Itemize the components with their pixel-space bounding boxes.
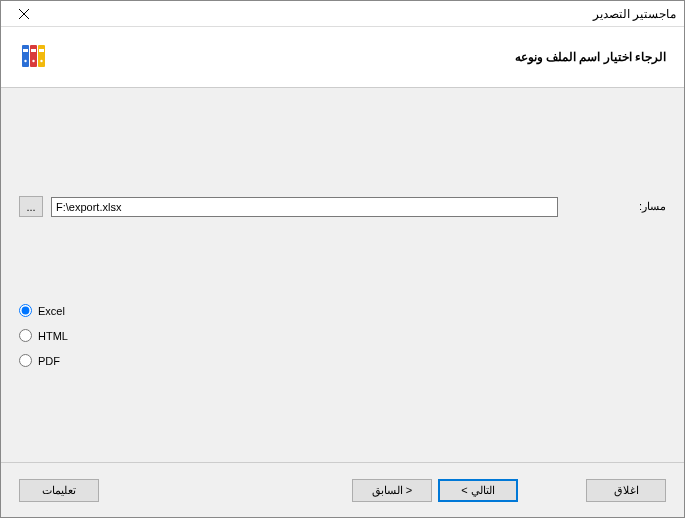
wizard-header: الرجاء اختيار اسم الملف ونوعه	[1, 27, 684, 87]
window-title: ماجستير التصدير	[593, 7, 676, 21]
svg-rect-5	[23, 49, 28, 52]
path-input[interactable]	[51, 197, 558, 217]
browse-button[interactable]: ...	[19, 196, 43, 217]
close-dialog-button[interactable]: اغلاق	[586, 479, 666, 502]
svg-rect-3	[30, 45, 37, 67]
radio-html-label: HTML	[38, 330, 68, 342]
radio-pdf-input[interactable]	[19, 354, 32, 367]
svg-rect-7	[39, 49, 44, 52]
close-button[interactable]	[9, 4, 39, 24]
svg-rect-6	[31, 49, 36, 52]
radio-excel-label: Excel	[38, 305, 65, 317]
binders-icon	[19, 41, 49, 73]
radio-pdf[interactable]: PDF	[19, 354, 68, 367]
wizard-footer: اغلاق التالي > < السابق تعليمات	[1, 463, 684, 517]
radio-excel[interactable]: Excel	[19, 304, 68, 317]
svg-point-10	[40, 60, 42, 62]
wizard-content: مسار: ... Excel HTML PDF	[1, 87, 684, 463]
radio-excel-input[interactable]	[19, 304, 32, 317]
path-label: مسار:	[566, 200, 666, 213]
next-button[interactable]: التالي >	[438, 479, 518, 502]
close-icon	[19, 9, 29, 19]
radio-pdf-label: PDF	[38, 355, 60, 367]
svg-point-9	[32, 60, 34, 62]
svg-rect-2	[22, 45, 29, 67]
radio-html-input[interactable]	[19, 329, 32, 342]
help-button[interactable]: تعليمات	[19, 479, 99, 502]
titlebar: ماجستير التصدير	[1, 1, 684, 27]
svg-point-8	[24, 60, 26, 62]
radio-html[interactable]: HTML	[19, 329, 68, 342]
path-row: مسار: ...	[19, 196, 666, 217]
back-button[interactable]: < السابق	[352, 479, 432, 502]
format-radio-group: Excel HTML PDF	[19, 304, 68, 379]
svg-rect-4	[38, 45, 45, 67]
wizard-subtitle: الرجاء اختيار اسم الملف ونوعه	[515, 50, 666, 64]
